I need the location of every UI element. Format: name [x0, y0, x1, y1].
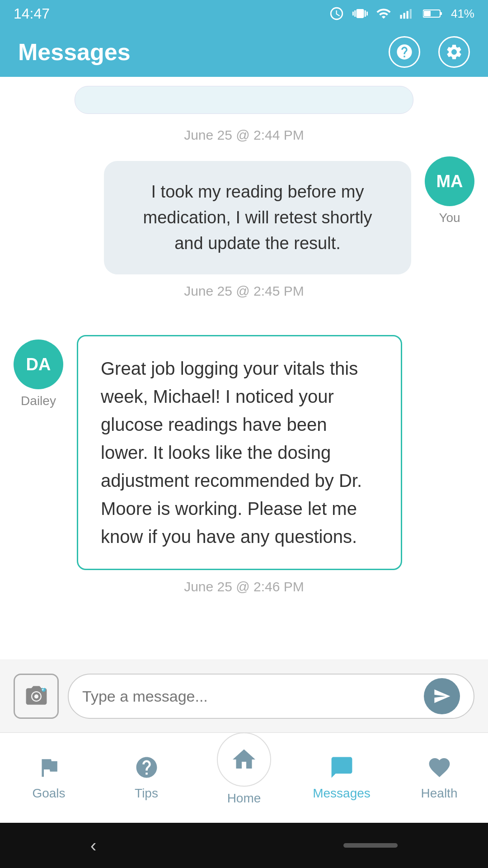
nav-label-goals: Goals — [32, 786, 65, 801]
svg-rect-1 — [403, 13, 405, 19]
incoming-avatar: DA — [14, 340, 63, 389]
send-button[interactable] — [424, 678, 460, 714]
goals-icon — [37, 755, 61, 782]
message-input[interactable] — [82, 688, 424, 705]
timestamp-3: June 25 @ 2:46 PM — [14, 579, 474, 594]
home-icon — [230, 746, 258, 773]
outgoing-avatar-name: You — [439, 211, 460, 225]
nav-item-health[interactable]: Health — [390, 755, 488, 801]
header-title: Messages — [18, 38, 131, 66]
nav-label-tips: Tips — [135, 786, 158, 801]
status-time: 14:47 — [14, 5, 50, 22]
svg-rect-5 — [440, 12, 442, 15]
help-button[interactable] — [389, 36, 420, 68]
status-icons: 41% — [329, 6, 474, 21]
incoming-avatar-name: Dailey — [21, 394, 56, 408]
vibrate-icon — [352, 6, 368, 21]
message-row-incoming: DA Dailey Great job logging your vitals … — [14, 335, 474, 570]
nav-item-goals[interactable]: Goals — [0, 755, 98, 801]
home-pill — [343, 843, 398, 848]
header-actions — [389, 36, 470, 68]
nav-label-messages: Messages — [313, 786, 371, 801]
svg-rect-0 — [400, 15, 402, 19]
svg-rect-3 — [410, 9, 412, 19]
home-circle — [217, 732, 271, 787]
svg-rect-6 — [424, 11, 431, 16]
input-area: + — [0, 660, 488, 732]
bubble-incoming: Great job logging your vitals this week,… — [77, 335, 402, 570]
alarm-icon — [329, 6, 344, 21]
bottom-nav: Goals Tips Home Messages — [0, 732, 488, 823]
nav-item-tips[interactable]: Tips — [98, 755, 195, 801]
send-icon — [433, 687, 451, 705]
messages-icon — [329, 755, 354, 782]
timestamp-1: June 25 @ 2:44 PM — [14, 127, 474, 143]
camera-button[interactable]: + — [14, 674, 59, 719]
messages-area: June 25 @ 2:44 PM I took my reading befo… — [0, 77, 488, 660]
health-icon — [427, 755, 452, 782]
nav-label-health: Health — [421, 786, 458, 801]
settings-button[interactable] — [438, 36, 470, 68]
tips-icon — [134, 755, 159, 782]
status-bar: 14:47 41% — [0, 0, 488, 27]
bubble-outgoing: I took my reading before my medication, … — [104, 161, 411, 274]
svg-rect-2 — [407, 11, 408, 19]
prev-bubble-container — [14, 86, 474, 114]
help-icon — [395, 43, 413, 61]
back-button[interactable]: ‹ — [90, 835, 96, 856]
svg-text:+: + — [41, 688, 43, 692]
nav-item-home[interactable]: Home — [195, 750, 293, 806]
outgoing-avatar-container: MA You — [425, 156, 474, 225]
wifi-icon — [376, 6, 391, 21]
signal-icon — [399, 6, 415, 21]
app-header: Messages — [0, 27, 488, 77]
android-nav-bar: ‹ — [0, 823, 488, 868]
incoming-avatar-container: DA Dailey — [14, 340, 63, 408]
outgoing-avatar: MA — [425, 156, 474, 206]
message-row-outgoing: I took my reading before my medication, … — [14, 156, 474, 274]
message-input-wrap[interactable] — [68, 674, 474, 719]
prev-bubble — [75, 86, 413, 114]
nav-item-messages[interactable]: Messages — [293, 755, 390, 801]
battery-icon — [423, 6, 443, 21]
timestamp-2: June 25 @ 2:45 PM — [14, 283, 474, 299]
camera-icon: + — [24, 684, 49, 709]
nav-label-home: Home — [227, 791, 261, 806]
settings-icon — [445, 43, 463, 61]
battery-percent: 41% — [451, 7, 474, 21]
